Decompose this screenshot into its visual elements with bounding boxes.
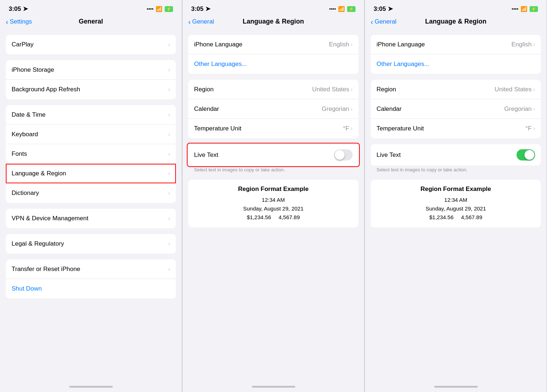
region-format-date: Sunday, August 29, 2021	[194, 204, 353, 213]
dictionary-item[interactable]: Dictionary ›	[6, 183, 176, 203]
chevron-icon: ›	[351, 86, 353, 93]
shutdown-item[interactable]: Shut Down	[6, 279, 176, 299]
carplay-right: ›	[168, 41, 170, 48]
calendar-right: Gregorian ›	[322, 105, 353, 113]
other-languages-item[interactable]: Other Languages...	[188, 54, 358, 74]
bg-refresh-right: ›	[168, 86, 170, 93]
panel-lang-region-on: 3:05 ➤ ▪▪▪▪ 📶 ⚡ ‹ General Language & Reg…	[365, 0, 547, 392]
status-bar: 3:05 ➤ ▪▪▪▪ 📶 ⚡	[0, 0, 182, 15]
language-region-item[interactable]: Language & Region ›	[6, 164, 176, 183]
other-languages-label: Other Languages...	[377, 61, 429, 68]
background-refresh-item[interactable]: Background App Refresh ›	[6, 80, 176, 99]
transfer-item[interactable]: Transfer or Reset iPhone ›	[6, 259, 176, 279]
back-label[interactable]: General	[375, 18, 396, 25]
back-button[interactable]: ‹ General	[188, 18, 214, 25]
section-region: Region United States › Calendar Gregoria…	[371, 80, 541, 138]
background-refresh-label: Background App Refresh	[12, 86, 80, 93]
chevron-icon: ›	[351, 125, 353, 132]
status-bar: 3:05 ➤ ▪▪▪▪ 📶 ⚡	[365, 0, 547, 15]
fonts-item[interactable]: Fonts ›	[6, 144, 176, 164]
status-time: 3:05 ➤	[374, 5, 393, 13]
temperature-item[interactable]: Temperature Unit °F ›	[371, 119, 541, 138]
battery-icon: ⚡	[347, 6, 355, 12]
back-label[interactable]: General	[192, 18, 214, 25]
battery-icon: ⚡	[530, 6, 538, 12]
temperature-label: Temperature Unit	[377, 125, 424, 132]
back-button[interactable]: ‹ General	[371, 18, 396, 25]
region-item[interactable]: Region United States ›	[188, 80, 358, 99]
fonts-right: ›	[168, 151, 170, 157]
temperature-right: °F ›	[525, 125, 535, 132]
date-time-item[interactable]: Date & Time ›	[6, 105, 176, 125]
back-label[interactable]: Settings	[10, 18, 32, 25]
carplay-item[interactable]: CarPlay ›	[6, 35, 176, 54]
nav-bar: ‹ General Language & Region	[365, 15, 547, 29]
live-text-item[interactable]: Live Text	[371, 144, 541, 166]
legal-label: Legal & Regulatory	[12, 240, 64, 247]
chevron-icon: ›	[533, 86, 535, 93]
battery-icon: ⚡	[165, 6, 173, 12]
chevron-icon: ›	[168, 151, 170, 157]
iphone-language-item[interactable]: iPhone Language English ›	[371, 35, 541, 54]
chevron-icon: ›	[168, 67, 170, 73]
home-bar	[252, 386, 295, 388]
iphone-language-item[interactable]: iPhone Language English ›	[188, 35, 358, 54]
keyboard-item[interactable]: Keyboard ›	[6, 125, 176, 144]
home-indicator	[365, 381, 547, 392]
region-format-time: 12:34 AM	[194, 196, 353, 204]
carplay-label: CarPlay	[12, 41, 33, 48]
dictionary-label: Dictionary	[12, 189, 39, 197]
region-format-title: Region Format Example	[377, 185, 535, 193]
legal-right: ›	[168, 241, 170, 247]
region-format-title: Region Format Example	[194, 185, 353, 193]
vpn-label: VPN & Device Management	[12, 215, 89, 222]
iphone-language-right: English ›	[329, 41, 353, 48]
chevron-icon: ›	[168, 170, 170, 177]
live-text-toggle[interactable]	[517, 149, 535, 160]
date-time-right: ›	[168, 112, 170, 118]
region-item[interactable]: Region United States ›	[371, 80, 541, 99]
region-label: Region	[377, 86, 396, 93]
region-format: Region Format Example 12:34 AM Sunday, A…	[188, 180, 358, 228]
iphone-language-label: iPhone Language	[377, 41, 425, 48]
page-title: Language & Region	[425, 18, 486, 25]
status-icons: ▪▪▪▪ 📶 ⚡	[147, 6, 173, 12]
calendar-item[interactable]: Calendar Gregorian ›	[188, 99, 358, 119]
chevron-icon: ›	[168, 190, 170, 196]
temperature-item[interactable]: Temperature Unit °F ›	[188, 119, 358, 138]
wifi-icon: 📶	[338, 6, 345, 12]
back-button[interactable]: ‹ Settings	[6, 18, 32, 25]
vpn-item[interactable]: VPN & Device Management ›	[6, 209, 176, 228]
other-languages-item[interactable]: Other Languages...	[371, 54, 541, 74]
toggle-knob	[525, 150, 534, 160]
keyboard-label: Keyboard	[12, 131, 38, 138]
live-text-item[interactable]: Live Text	[188, 144, 358, 166]
region-right: United States ›	[495, 86, 535, 93]
page-title: Language & Region	[243, 18, 304, 25]
home-bar	[434, 386, 478, 388]
live-text-section: Live Text Select text in images to copy …	[188, 144, 358, 177]
chevron-icon: ›	[533, 125, 535, 132]
wifi-icon: 📶	[521, 6, 527, 12]
region-format-numbers: $1,234.56 4,567.89	[194, 213, 353, 222]
temperature-value: °F	[343, 125, 349, 132]
temperature-value: °F	[525, 125, 531, 132]
calendar-label: Calendar	[194, 105, 219, 113]
chevron-icon: ›	[168, 266, 170, 272]
live-text-label: Live Text	[194, 151, 218, 159]
region-format: Region Format Example 12:34 AM Sunday, A…	[371, 180, 541, 228]
iphone-language-value: English	[329, 41, 349, 48]
chevron-icon: ›	[168, 241, 170, 247]
status-icons: ▪▪▪▪ 📶 ⚡	[329, 6, 355, 12]
language-region-label: Language & Region	[12, 170, 66, 177]
chevron-icon: ›	[168, 215, 170, 222]
region-format-numbers: $1,234.56 4,567.89	[377, 213, 535, 222]
toggle-knob	[335, 150, 345, 160]
transfer-right: ›	[168, 266, 170, 272]
home-bar	[69, 386, 113, 388]
iphone-storage-item[interactable]: iPhone Storage ›	[6, 60, 176, 80]
home-indicator	[0, 381, 182, 392]
legal-item[interactable]: Legal & Regulatory ›	[6, 234, 176, 254]
live-text-toggle[interactable]	[334, 149, 353, 160]
calendar-item[interactable]: Calendar Gregorian ›	[371, 99, 541, 119]
